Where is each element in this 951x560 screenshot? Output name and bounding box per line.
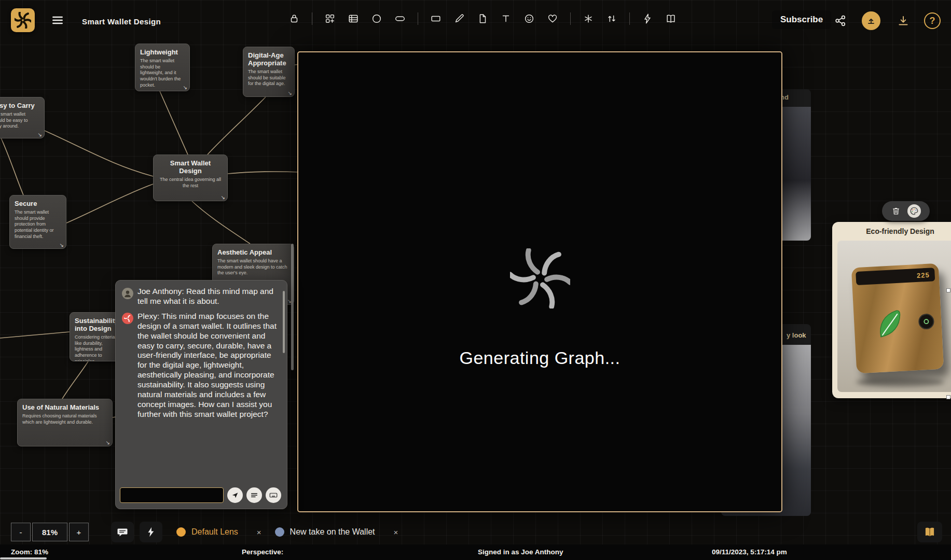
download-icon [897,14,910,27]
selection-handle[interactable] [946,288,950,292]
node-title: Use of Natural Materials [22,403,107,411]
mindmap-node-natural-materials[interactable]: Use of Natural Materials Requires choosi… [17,399,113,446]
speech-bubble-icon [116,526,129,538]
menu-button[interactable] [48,11,67,29]
lens-label: New take on the Wallet [290,527,375,537]
node-desc: The smart wallet should be easy to carry… [0,111,39,130]
node-title: Sustainability into Design [75,317,119,332]
pen-icon[interactable] [453,13,465,24]
text-icon[interactable] [500,13,512,24]
zoom-level: 81% [32,523,67,541]
mindmap-node-easy-to-carry[interactable]: Easy to Carry The smart wallet should be… [0,97,45,138]
toolbar-divider [629,12,630,25]
close-icon[interactable]: × [257,528,261,537]
subscribe-button[interactable]: Subscribe [772,10,831,29]
lens-label: Default Lens [191,527,238,537]
node-graph-icon[interactable] [583,13,594,24]
resize-handle-icon[interactable]: ↘ [183,85,187,90]
node-title: Smart Wallet Design [158,159,223,175]
share-button[interactable] [831,11,850,30]
resize-handle-icon[interactable]: ↘ [106,440,110,445]
node-title: Digital-Age Appropriate [248,51,290,67]
emoji-icon[interactable] [523,13,535,24]
wooden-wallet-image: 225 [851,263,944,374]
resize-handle-icon[interactable]: ↘ [38,132,42,137]
node-title: Secure [15,200,61,207]
lines-icon [250,491,258,499]
selection-handle[interactable] [946,395,950,399]
help-icon: ? [924,12,941,29]
resize-handle-icon[interactable]: ↘ [60,242,64,248]
chat-message-list: Joe Anthony: Read this mind map and tell… [122,287,280,481]
table-icon[interactable] [348,13,359,24]
chat-input[interactable] [120,487,224,503]
chat-toggle-button[interactable] [111,522,134,542]
mindmap-node-lightweight[interactable]: Lightweight The smart wallet should be l… [135,44,190,91]
mindmap-node-secure[interactable]: Secure The smart wallet should provide p… [9,195,66,249]
pill-shape-icon[interactable] [394,13,406,24]
download-button[interactable] [894,11,913,30]
resize-handle-icon[interactable]: ↘ [221,194,225,200]
toolbar-divider [418,12,418,25]
eco-card-photo: 225 [837,241,951,392]
gold-book-icon [923,525,936,539]
connector-icon[interactable] [606,13,617,24]
spinner-icon [510,248,570,309]
node-title: Aesthetic Appeal [217,248,289,256]
lens-color-dot [275,527,284,537]
cloud-upload-button[interactable] [862,11,880,30]
card-title-fragment: y look [787,331,806,339]
mindmap-node-digital-age[interactable]: Digital-Age Appropriate The smart wallet… [243,47,295,97]
close-icon[interactable]: × [394,528,398,537]
zoom-in-button[interactable]: + [69,523,89,541]
horizontal-scrollbar[interactable] [0,557,47,559]
node-title: Lightweight [140,48,185,56]
status-bar: Zoom: 81% Perspective: Signed in as Joe … [0,544,951,560]
chat-panel: Joe Anthony: Read this mind map and tell… [115,280,287,509]
statusbar-perspective: Perspective: [242,548,283,556]
node-desc: The smart wallet should be lightweight, … [140,58,185,88]
image-shadow [856,377,944,387]
statusbar-timestamp: 09/11/2023, 5:17:14 pm [712,548,787,556]
grid-add-icon[interactable] [324,13,336,24]
heart-icon[interactable] [547,13,558,24]
eco-friendly-card[interactable]: Eco-friendly Design 225 [832,222,951,398]
node-title: Easy to Carry [0,102,39,109]
send-icon [231,491,239,499]
send-button[interactable] [227,487,243,503]
assistant-avatar [122,313,133,324]
palette-icon [909,206,919,216]
quick-actions-button[interactable] [140,522,162,542]
chat-message-text: Joe Anthony: Read this mind map and tell… [137,287,280,306]
format-button[interactable] [246,487,262,503]
chat-message: Joe Anthony: Read this mind map and tell… [122,287,280,306]
cloud-upload-icon [865,15,877,26]
resize-handle-icon[interactable]: ↘ [288,90,292,96]
book-icon[interactable] [665,13,677,24]
lens-color-dot [176,527,186,537]
node-desc: The smart wallet should be suitable for … [248,69,290,87]
trash-icon[interactable] [891,206,901,216]
tool-palette [288,12,677,25]
library-button[interactable] [917,522,942,542]
lock-icon[interactable] [288,13,300,24]
palette-button[interactable] [907,204,921,218]
ellipse-icon[interactable] [371,13,382,24]
mindmap-node-smart-wallet-design[interactable]: Smart Wallet Design The central idea gov… [153,155,228,201]
chat-message-text: Plexy: This mind map focuses on the desi… [137,312,280,419]
rectangle-icon[interactable] [430,13,442,24]
keyboard-button[interactable] [266,487,281,503]
help-button[interactable]: ? [923,11,942,30]
vertical-scrollbar[interactable] [291,244,294,370]
zoom-out-button[interactable]: - [11,523,31,541]
lens-tab-new-take[interactable]: New take on the Wallet × [275,527,398,537]
lens-tab-default[interactable]: Default Lens × [176,527,261,537]
lightning-icon[interactable] [642,13,653,24]
page-icon[interactable] [477,13,488,24]
statusbar-zoom: Zoom: 81% [11,548,48,556]
chat-scrollbar[interactable] [283,291,285,353]
statusbar-signed-in: Signed in as Joe Anthony [478,548,563,556]
app-logo[interactable] [11,8,35,32]
generating-status-text: Generating Graph... [298,348,781,368]
logo-swirl-icon [15,12,31,29]
